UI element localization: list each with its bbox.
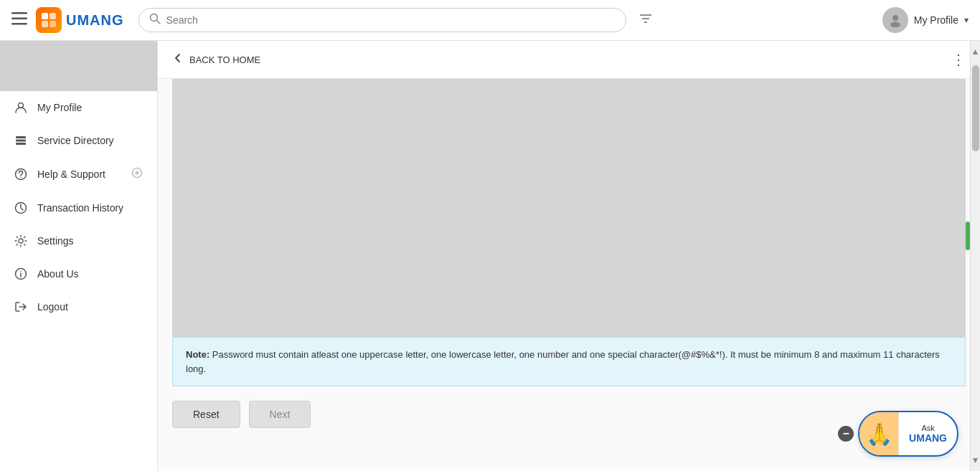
scrollbar: ▲ ▼ (970, 41, 980, 471)
sidebar-item-about-us-label: About Us (37, 268, 143, 280)
svg-rect-4 (50, 13, 56, 19)
logo-box-icon (36, 7, 62, 33)
chevron-down-icon: ▾ (964, 15, 969, 25)
svg-point-24 (19, 239, 23, 243)
scroll-thumb[interactable] (972, 65, 979, 151)
logout-icon (14, 300, 27, 313)
ask-umang-character-icon: 🙏 (859, 412, 899, 455)
svg-point-19 (20, 177, 22, 179)
note-box: Note: Password must contain atleast one … (172, 337, 966, 386)
svg-rect-1 (11, 18, 27, 20)
svg-rect-3 (42, 13, 48, 19)
app-logo[interactable]: UMANG (36, 7, 124, 33)
profile-label: My Profile (914, 14, 958, 26)
svg-rect-17 (16, 143, 26, 145)
content-banner (172, 79, 966, 337)
back-bar: BACK TO HOME ⋮ (158, 41, 980, 79)
hamburger-menu-icon[interactable] (11, 12, 27, 28)
sidebar-item-my-profile[interactable]: My Profile (0, 91, 157, 124)
main-content: BACK TO HOME ⋮ Note: Password must conta… (158, 41, 980, 471)
search-icon (149, 13, 161, 27)
help-icon (14, 168, 27, 181)
layers-icon (14, 134, 27, 147)
next-button[interactable]: Next (249, 401, 311, 428)
back-to-home-link[interactable]: BACK TO HOME (172, 52, 260, 67)
content-area: Note: Password must contain atleast one … (158, 79, 980, 442)
svg-rect-15 (16, 136, 26, 138)
sidebar-item-transaction-history[interactable]: Transaction History (0, 191, 157, 224)
svg-line-8 (156, 21, 160, 24)
svg-rect-5 (42, 21, 48, 27)
svg-rect-2 (11, 23, 27, 25)
ask-label: Ask (909, 424, 947, 432)
svg-point-13 (890, 22, 900, 28)
ask-umang-brand-label: UMANG (909, 432, 947, 444)
sidebar: My Profile Service Directory Help & Supp… (0, 41, 158, 471)
expand-icon[interactable] (131, 167, 143, 181)
logo-text: UMANG (66, 12, 124, 29)
sidebar-item-help-support-label: Help & Support (37, 168, 121, 180)
person-icon (14, 101, 27, 114)
sidebar-item-about-us[interactable]: About Us (0, 257, 157, 290)
scroll-up-icon[interactable]: ▲ (969, 44, 980, 60)
back-to-home-label: BACK TO HOME (189, 54, 260, 65)
svg-point-12 (892, 15, 898, 21)
transaction-icon (14, 201, 27, 214)
info-icon (14, 267, 27, 280)
ask-umang-widget: − 🙏 Ask UMANG (838, 411, 958, 457)
svg-rect-16 (16, 140, 26, 142)
green-indicator-bar (966, 222, 970, 250)
sidebar-item-help-support[interactable]: Help & Support (0, 157, 157, 191)
search-input[interactable] (166, 14, 616, 26)
svg-rect-0 (11, 12, 27, 14)
sidebar-item-settings-label: Settings (37, 235, 143, 247)
reset-button[interactable]: Reset (172, 401, 240, 428)
note-label: Note: (186, 349, 209, 360)
filter-icon[interactable] (638, 11, 654, 29)
sidebar-banner (0, 41, 157, 91)
sidebar-item-service-directory[interactable]: Service Directory (0, 124, 157, 157)
ask-umang-bubble[interactable]: 🙏 Ask UMANG (858, 411, 958, 457)
sidebar-item-settings[interactable]: Settings (0, 224, 157, 257)
sidebar-item-logout-label: Logout (37, 301, 143, 313)
back-arrow-icon (172, 52, 184, 67)
search-bar[interactable] (138, 8, 626, 32)
svg-rect-6 (50, 21, 56, 27)
profile-section[interactable]: My Profile ▾ (882, 7, 969, 33)
more-options-icon[interactable]: ⋮ (951, 51, 966, 68)
ask-umang-minimize-button[interactable]: − (838, 426, 854, 442)
avatar (882, 7, 908, 33)
sidebar-item-logout[interactable]: Logout (0, 290, 157, 323)
ask-umang-text: Ask UMANG (899, 421, 957, 447)
header: UMANG My Profile ▾ (0, 0, 980, 41)
scroll-down-icon[interactable]: ▼ (969, 452, 980, 468)
svg-point-27 (20, 271, 22, 272)
sidebar-item-service-directory-label: Service Directory (37, 135, 143, 146)
sidebar-item-transaction-history-label: Transaction History (37, 202, 143, 214)
note-text: Password must contain atleast one upperc… (186, 349, 940, 374)
settings-icon (14, 234, 27, 247)
sidebar-item-my-profile-label: My Profile (37, 102, 143, 113)
